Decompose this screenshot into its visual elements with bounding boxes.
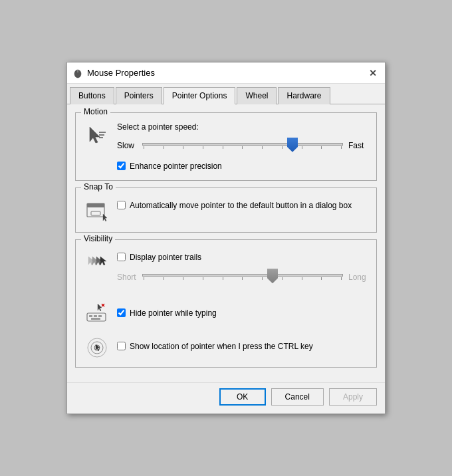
hide-icon-svg	[84, 300, 110, 325]
tab-pointers[interactable]: Pointers	[116, 87, 162, 104]
tab-wheel[interactable]: Wheel	[237, 87, 277, 104]
locate-row: Show location of pointer when I press th…	[84, 332, 368, 359]
trail-slider-row: Short	[117, 267, 368, 287]
locate-icon-svg	[84, 333, 110, 358]
svg-rect-8	[91, 211, 100, 215]
motion-section: Motion Sel	[75, 112, 377, 181]
tab-hardware[interactable]: Hardware	[278, 87, 330, 104]
motion-row: Select a pointer speed: Slow	[84, 122, 368, 172]
speed-label: Select a pointer speed:	[117, 122, 368, 132]
title-bar-left: Mouse Properties	[72, 68, 155, 78]
content-area: Motion Sel	[67, 104, 385, 382]
trails-row: Display pointer trails Short	[84, 249, 368, 293]
snap-to-controls: Automatically move pointer to the defaul…	[117, 197, 368, 211]
locate-label: Show location of pointer when I press th…	[130, 341, 313, 352]
trail-slider[interactable]	[142, 267, 343, 287]
close-button[interactable]: ✕	[366, 66, 380, 80]
snap-to-icon	[84, 197, 110, 224]
motion-controls: Select a pointer speed: Slow	[117, 122, 368, 172]
hide-label: Hide pointer while typing	[130, 308, 217, 319]
trails-checkbox[interactable]	[117, 253, 126, 261]
short-label: Short	[117, 273, 137, 282]
snap-auto-label: Automatically move pointer to the defaul…	[130, 200, 352, 211]
hide-row: Hide pointer while typing	[84, 299, 368, 326]
ok-button[interactable]: OK	[219, 388, 266, 406]
svg-rect-15	[89, 315, 92, 317]
trails-icon-svg	[84, 250, 110, 275]
svg-rect-7	[87, 203, 104, 207]
trail-tick-marks	[142, 277, 343, 280]
hide-checkbox-row: Hide pointer while typing	[117, 308, 368, 319]
snap-to-section: Snap To	[75, 187, 377, 233]
hide-icon	[84, 299, 110, 326]
tab-pointer-options[interactable]: Pointer Options	[164, 87, 236, 104]
trail-slider-track	[142, 274, 343, 277]
snap-to-section-title: Snap To	[81, 182, 116, 191]
mouse-properties-window: Mouse Properties ✕ Buttons Pointers Poin…	[66, 62, 386, 414]
locate-checkbox[interactable]	[117, 342, 126, 350]
enhance-precision-row: Enhance pointer precision	[117, 161, 368, 172]
tab-buttons[interactable]: Buttons	[70, 87, 114, 104]
apply-button[interactable]: Apply	[329, 388, 377, 406]
visibility-section: Visibility	[75, 239, 377, 368]
svg-rect-16	[94, 315, 97, 317]
footer: OK Cancel Apply	[67, 382, 385, 414]
svg-rect-17	[98, 315, 102, 317]
motion-section-title: Motion	[81, 107, 110, 116]
visibility-section-body: Display pointer trails Short	[84, 249, 368, 359]
svg-marker-9	[103, 214, 107, 221]
hide-checkbox[interactable]	[117, 308, 126, 317]
trails-controls: Display pointer trails Short	[117, 249, 368, 293]
trails-label: Display pointer trails	[130, 252, 201, 263]
speed-slider[interactable]	[142, 136, 343, 156]
snap-auto-row: Automatically move pointer to the defaul…	[117, 200, 368, 211]
tab-bar: Buttons Pointers Pointer Options Wheel H…	[67, 84, 385, 104]
locate-icon	[84, 332, 110, 359]
speed-slider-row: Slow	[117, 136, 368, 156]
motion-icon	[84, 122, 110, 149]
enhance-precision-label: Enhance pointer precision	[130, 161, 222, 172]
trails-icon	[84, 249, 110, 276]
pointer-speed-icon	[84, 123, 110, 148]
motion-section-body: Select a pointer speed: Slow	[84, 122, 368, 172]
speed-tick-marks	[142, 146, 343, 149]
snap-auto-checkbox[interactable]	[117, 201, 126, 209]
title-bar: Mouse Properties ✕	[67, 62, 385, 84]
speed-slider-thumb[interactable]	[287, 138, 298, 152]
svg-marker-2	[90, 127, 100, 143]
svg-marker-19	[98, 304, 102, 311]
svg-marker-13	[100, 257, 106, 265]
hide-controls: Hide pointer while typing	[117, 305, 368, 319]
fast-label: Fast	[348, 141, 368, 150]
slow-label: Slow	[117, 141, 137, 150]
speed-slider-track	[142, 143, 343, 146]
cancel-button[interactable]: Cancel	[271, 388, 324, 406]
window-icon	[72, 68, 83, 78]
snap-icon-svg	[84, 198, 110, 223]
trail-slider-thumb[interactable]	[267, 269, 278, 283]
locate-controls: Show location of pointer when I press th…	[117, 338, 368, 352]
snap-to-section-body: Automatically move pointer to the defaul…	[84, 197, 368, 224]
trails-checkbox-row: Display pointer trails	[117, 252, 368, 263]
window-title: Mouse Properties	[87, 68, 155, 78]
enhance-precision-checkbox[interactable]	[117, 162, 126, 170]
snap-to-row: Automatically move pointer to the defaul…	[84, 197, 368, 224]
visibility-section-title: Visibility	[81, 234, 115, 243]
long-label: Long	[348, 273, 368, 282]
locate-checkbox-row: Show location of pointer when I press th…	[117, 341, 368, 352]
svg-rect-18	[91, 318, 100, 320]
